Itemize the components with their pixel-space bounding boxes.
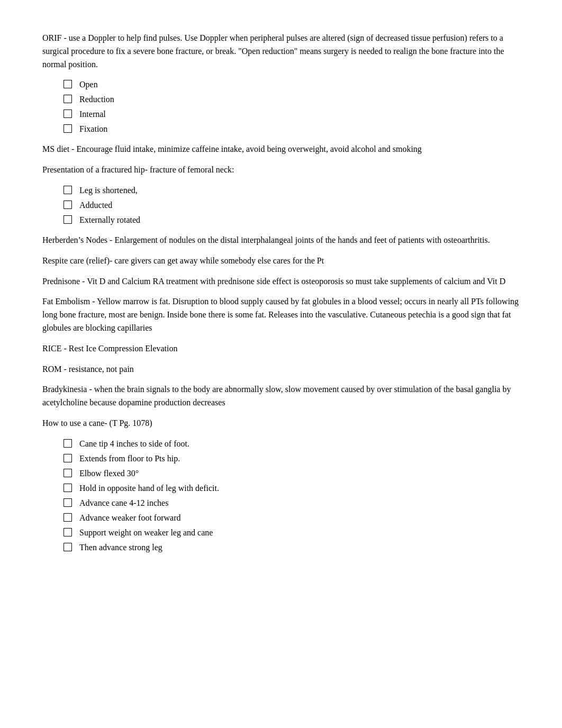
herberden-paragraph: Herberden’s Nodes - Enlargement of nodul… — [42, 234, 520, 247]
bullet-icon — [64, 215, 72, 224]
bullet-icon — [64, 543, 72, 551]
list-item: Advance weaker foot forward — [42, 512, 520, 524]
bullet-icon — [64, 80, 72, 88]
bullet-text: Externally rotated — [79, 214, 520, 226]
prednisone-text-2: RA treatment with prednisone side effect… — [151, 277, 506, 286]
list-item: Leg is shortened, — [42, 184, 520, 197]
orif-text: ORIF - use a Doppler to help find pulses… — [42, 33, 504, 69]
prednisone-text-1: Prednisone - Vit D and Calcium — [42, 277, 151, 286]
bullet-icon — [64, 498, 72, 507]
bullet-icon — [64, 124, 72, 133]
bullet-icon — [64, 469, 72, 477]
list-item: Support weight on weaker leg and cane — [42, 526, 520, 539]
bullet-text: Adducted — [79, 199, 520, 212]
orif-list: Open Reduction Internal Fixation — [42, 78, 520, 135]
fat-embolism-paragraph: Fat Embolism - Yellow marrow is fat. Dis… — [42, 295, 520, 334]
list-item: Advance cane 4-12 inches — [42, 497, 520, 509]
bullet-icon — [64, 201, 72, 209]
bullet-text: Cane tip 4 inches to side of foot. — [79, 438, 520, 450]
list-item: Reduction — [42, 93, 520, 106]
list-item: Then advance strong leg — [42, 541, 520, 554]
bullet-text: Leg is shortened, — [79, 184, 520, 197]
bullet-text: Advance weaker foot forward — [79, 512, 520, 524]
cane-list: Cane tip 4 inches to side of foot. Exten… — [42, 438, 520, 554]
list-item: Extends from floor to Pts hip. — [42, 452, 520, 465]
bullet-text: Elbow flexed 30° — [79, 467, 520, 480]
rom-paragraph: ROM - resistance, not pain — [42, 363, 520, 376]
bullet-text: Extends from floor to Pts hip. — [79, 452, 520, 465]
bullet-text: Fixation — [79, 123, 520, 135]
fractured-hip-paragraph: Presentation of a fractured hip- fractur… — [42, 163, 520, 177]
ms-diet-paragraph: MS diet - Encourage fluid intake, minimi… — [42, 143, 520, 156]
rice-paragraph: RICE - Rest Ice Compression Elevation — [42, 342, 520, 356]
cane-intro-paragraph: How to use a cane- (T Pg. 1078) — [42, 417, 520, 430]
bullet-icon — [64, 454, 72, 462]
bullet-text: Reduction — [79, 93, 520, 106]
bullet-icon — [64, 484, 72, 492]
bullet-icon — [64, 186, 72, 194]
orif-paragraph: ORIF - use a Doppler to help find pulses… — [42, 32, 520, 71]
bullet-icon — [64, 110, 72, 118]
rom-text: ROM - resistance, not pain — [42, 365, 134, 374]
bradykinesia-paragraph: Bradykinesia - when the brain signals to… — [42, 383, 520, 410]
herberden-text: Herberden’s Nodes - Enlargement of nodul… — [42, 235, 490, 244]
bullet-text: Advance cane 4-12 inches — [79, 497, 520, 509]
bullet-text: Support weight on weaker leg and cane — [79, 526, 520, 539]
respite-text: Respite care (relief)- care givers can g… — [42, 256, 324, 265]
fractured-hip-text-2: fracture of femoral neck: — [148, 165, 234, 174]
fat-embolism-text: Fat Embolism - Yellow marrow is fat. Dis… — [42, 297, 519, 332]
list-item: Externally rotated — [42, 214, 520, 226]
list-item: Cane tip 4 inches to side of foot. — [42, 438, 520, 450]
list-item: Fixation — [42, 123, 520, 135]
fractured-hip-text-1: Presentation of a fractured hip- — [42, 165, 148, 174]
bullet-icon — [64, 528, 72, 536]
list-item: Internal — [42, 108, 520, 121]
list-item: Elbow flexed 30° — [42, 467, 520, 480]
fractured-hip-list: Leg is shortened, Adducted Externally ro… — [42, 184, 520, 226]
bullet-icon — [64, 513, 72, 522]
bradykinesia-text: Bradykinesia - when the brain signals to… — [42, 385, 511, 407]
list-item: Adducted — [42, 199, 520, 212]
bullet-text: Open — [79, 78, 520, 91]
ms-diet-text: MS diet - Encourage fluid intake, minimi… — [42, 144, 422, 153]
page-content: ORIF - use a Doppler to help find pulses… — [42, 32, 520, 554]
list-item: Open — [42, 78, 520, 91]
prednisone-paragraph: Prednisone - Vit D and Calcium RA treatm… — [42, 275, 520, 288]
rice-text: RICE - Rest Ice Compression Elevation — [42, 344, 178, 353]
list-item: Hold in opposite hand of leg with defici… — [42, 482, 520, 495]
bullet-icon — [64, 95, 72, 103]
respite-paragraph: Respite care (relief)- care givers can g… — [42, 254, 520, 268]
bullet-text: Internal — [79, 108, 520, 121]
cane-intro-text: How to use a cane- (T Pg. 1078) — [42, 418, 152, 427]
bullet-icon — [64, 439, 72, 448]
bullet-text: Hold in opposite hand of leg with defici… — [79, 482, 520, 495]
bullet-text: Then advance strong leg — [79, 541, 520, 554]
